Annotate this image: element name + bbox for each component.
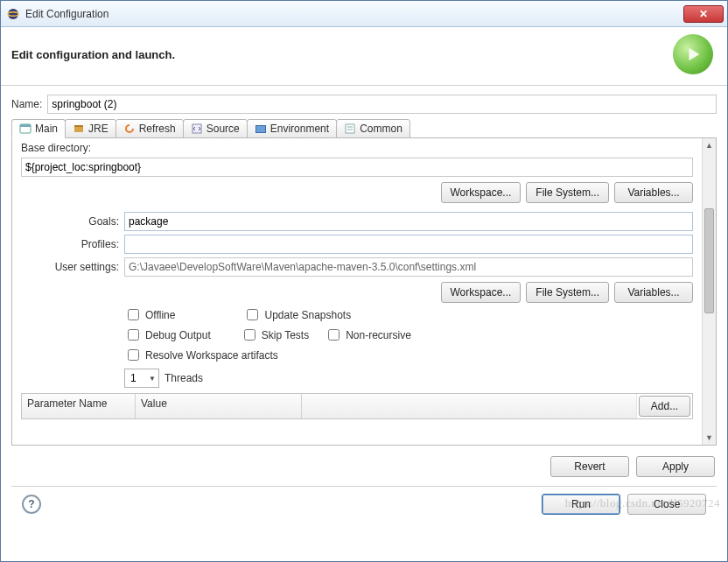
footer: ? Run Close: [11, 487, 717, 523]
tab-refresh-label: Refresh: [139, 123, 176, 135]
tab-environment[interactable]: Environment: [247, 119, 337, 138]
svg-marker-2: [689, 48, 699, 61]
scroll-thumb[interactable]: [704, 208, 714, 313]
revert-apply-row: Revert Apply: [11, 456, 717, 477]
col-blank[interactable]: [302, 394, 636, 418]
base-dir-buttons: Workspace... File System... Variables...: [21, 182, 693, 203]
param-actions: Add...: [636, 394, 692, 418]
tab-panel: ▲ ▼ Base directory: Workspace... File Sy…: [11, 137, 717, 446]
threads-value: 1: [130, 372, 136, 384]
filesystem-button-basedir[interactable]: File System...: [526, 182, 609, 203]
add-parameter-button[interactable]: Add...: [639, 396, 690, 417]
base-dir-input[interactable]: [21, 158, 693, 177]
workspace-button-settings[interactable]: Workspace...: [441, 282, 522, 303]
resolve-workspace-checkbox[interactable]: Resolve Workspace artifacts: [124, 347, 278, 363]
svg-rect-4: [20, 124, 31, 127]
parameter-table: Parameter Name Value Add...: [21, 393, 693, 419]
source-tab-icon: [191, 123, 203, 135]
banner-heading: Edit configuration and launch.: [11, 48, 175, 61]
main-tab-icon: [19, 123, 32, 135]
skip-tests-checkbox[interactable]: Skip Tests: [241, 327, 309, 343]
window-title: Edit Configuration: [25, 8, 678, 20]
debug-output-checkbox[interactable]: Debug Output: [124, 327, 211, 343]
threads-spinner[interactable]: 1 ▼: [124, 369, 159, 388]
svg-rect-5: [74, 127, 83, 132]
jre-tab-icon: [73, 123, 85, 135]
table-header-row: Parameter Name Value: [22, 394, 636, 418]
svg-rect-6: [74, 125, 83, 127]
run-glyph-icon: [673, 34, 713, 74]
non-recursive-checkbox[interactable]: Non-recursive: [325, 327, 411, 343]
name-input[interactable]: [47, 95, 717, 114]
tabstrip: Main JRE Refresh Source Environment Comm…: [11, 119, 717, 138]
variables-button-settings[interactable]: Variables...: [614, 282, 693, 303]
scroll-down-icon[interactable]: ▼: [703, 431, 716, 445]
col-parameter-name[interactable]: Parameter Name: [22, 394, 136, 418]
eclipse-icon: [6, 7, 20, 21]
tab-jre-label: JRE: [88, 123, 108, 135]
name-row: Name:: [11, 95, 717, 114]
filesystem-button-settings[interactable]: File System...: [526, 282, 609, 303]
goals-label: Goals:: [21, 215, 119, 228]
svg-rect-9: [256, 126, 265, 132]
tab-main[interactable]: Main: [11, 119, 66, 138]
base-dir-label: Base directory:: [21, 142, 693, 154]
check-group: Offline Update Snapshots Debug Output Sk…: [124, 306, 693, 363]
help-icon[interactable]: ?: [22, 495, 41, 514]
tab-environment-label: Environment: [270, 123, 329, 135]
workspace-button-basedir[interactable]: Workspace...: [441, 182, 522, 203]
update-snapshots-checkbox[interactable]: Update Snapshots: [243, 306, 351, 323]
user-settings-label: User settings:: [21, 261, 119, 273]
goals-input[interactable]: [124, 212, 693, 231]
banner: Edit configuration and launch.: [1, 27, 727, 86]
tab-refresh[interactable]: Refresh: [116, 119, 184, 138]
common-tab-icon: [344, 123, 356, 135]
panel-scrollbar[interactable]: ▲ ▼: [702, 138, 716, 445]
chevron-down-icon: ▼: [149, 375, 156, 383]
scroll-up-icon[interactable]: ▲: [703, 138, 716, 152]
profiles-label: Profiles:: [21, 238, 119, 250]
apply-button[interactable]: Apply: [636, 456, 715, 477]
tab-source-label: Source: [206, 123, 240, 135]
window-close-button[interactable]: ✕: [683, 5, 724, 23]
refresh-tab-icon: [123, 123, 136, 135]
run-button[interactable]: Run: [542, 494, 620, 515]
tab-jre[interactable]: JRE: [65, 119, 116, 138]
variables-button-basedir[interactable]: Variables...: [614, 182, 693, 203]
profiles-input[interactable]: [124, 235, 693, 254]
panel-inner: Base directory: Workspace... File System…: [12, 138, 702, 445]
user-settings-input[interactable]: [124, 257, 693, 277]
svg-rect-10: [346, 124, 354, 133]
offline-checkbox[interactable]: Offline: [124, 306, 175, 323]
close-icon: ✕: [699, 8, 708, 20]
tab-source[interactable]: Source: [183, 119, 248, 138]
tab-main-label: Main: [35, 123, 58, 135]
revert-button[interactable]: Revert: [550, 456, 629, 477]
environment-tab-icon: [255, 123, 267, 135]
tab-common-label: Common: [360, 123, 402, 135]
threads-label: Threads: [164, 372, 203, 384]
svg-point-0: [8, 9, 18, 19]
tab-common[interactable]: Common: [336, 119, 410, 138]
close-button[interactable]: Close: [627, 494, 706, 515]
col-value[interactable]: Value: [136, 394, 302, 418]
content-area: Name: Main JRE Refresh Source Environmen…: [1, 86, 727, 562]
threads-row: 1 ▼ Threads: [124, 369, 693, 388]
titlebar: Edit Configuration ✕: [1, 1, 727, 27]
user-settings-buttons: Workspace... File System... Variables...: [21, 282, 693, 303]
name-label: Name:: [11, 98, 42, 110]
